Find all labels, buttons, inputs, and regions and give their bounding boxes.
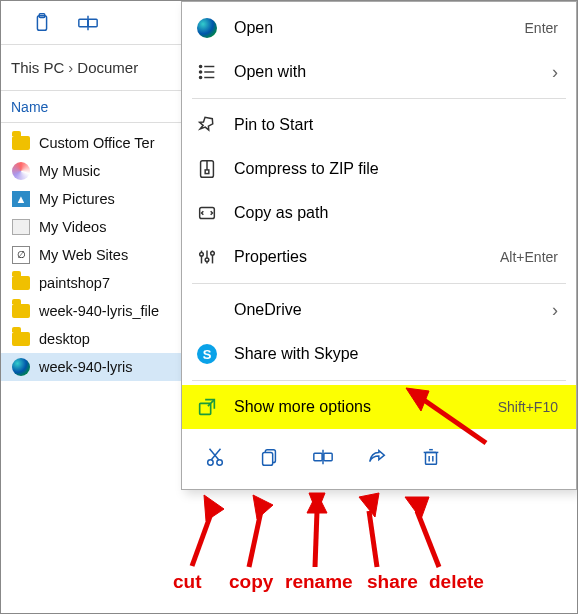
svg-marker-42	[253, 495, 273, 519]
menu-item-label: Open	[234, 19, 509, 37]
svg-line-25	[211, 449, 220, 460]
menu-item-open-with[interactable]: Open with›	[182, 50, 576, 94]
edge-icon	[11, 357, 31, 377]
menu-item-accelerator: Alt+Enter	[500, 249, 558, 265]
delete-button[interactable]	[420, 446, 442, 468]
menu-item-pin-to-start[interactable]: Pin to Start	[182, 103, 576, 147]
svg-point-19	[205, 258, 209, 262]
menu-item-compress-to-zip-file[interactable]: Compress to ZIP file	[182, 147, 576, 191]
menu-action-bar	[182, 429, 576, 485]
annotation-rename: rename	[285, 571, 353, 593]
folder-icon	[11, 301, 31, 321]
svg-marker-44	[307, 493, 327, 513]
breadcrumb-root[interactable]: This PC	[11, 59, 64, 76]
web-icon: ∅	[11, 245, 31, 265]
svg-point-23	[208, 460, 214, 466]
file-name: desktop	[39, 331, 90, 347]
file-name: My Music	[39, 163, 100, 179]
svg-rect-28	[263, 452, 273, 465]
svg-rect-29	[314, 453, 322, 460]
menu-item-onedrive[interactable]: OneDrive›	[182, 288, 576, 332]
svg-point-18	[200, 252, 204, 256]
svg-point-5	[199, 65, 201, 67]
svg-rect-32	[426, 452, 437, 464]
context-menu: OpenEnterOpen with›Pin to StartCompress …	[181, 1, 577, 490]
svg-line-39	[192, 511, 212, 566]
props-icon	[196, 246, 218, 268]
menu-item-accelerator: Shift+F10	[498, 399, 558, 415]
file-name: week-940-lyris_file	[39, 303, 159, 319]
menu-item-label: OneDrive	[234, 301, 536, 319]
folder-icon	[11, 133, 31, 153]
breadcrumb-folder[interactable]: Documer	[77, 59, 138, 76]
showmore-icon	[196, 396, 218, 418]
svg-line-41	[249, 511, 261, 567]
menu-separator	[192, 98, 566, 99]
file-name: My Web Sites	[39, 247, 128, 263]
svg-marker-47	[359, 493, 379, 517]
pic-icon: ▲	[11, 189, 31, 209]
svg-line-43	[315, 511, 317, 567]
edge-icon	[196, 17, 218, 39]
file-name: Custom Office Ter	[39, 135, 155, 151]
svg-rect-13	[205, 170, 209, 174]
file-name: My Videos	[39, 219, 106, 235]
svg-line-48	[417, 511, 439, 567]
svg-point-20	[211, 252, 215, 256]
copy-button[interactable]	[258, 446, 280, 468]
svg-point-6	[199, 71, 201, 73]
column-name[interactable]: Name	[11, 99, 48, 115]
menu-item-label: Compress to ZIP file	[234, 160, 558, 178]
disc-icon	[11, 161, 31, 181]
svg-point-24	[217, 460, 223, 466]
menu-item-copy-as-path[interactable]: Copy as path	[182, 191, 576, 235]
file-name: paintshop7	[39, 275, 110, 291]
rename-icon[interactable]	[77, 12, 99, 34]
svg-marker-40	[204, 495, 224, 521]
menu-item-label: Open with	[234, 63, 536, 81]
menu-item-label: Properties	[234, 248, 484, 266]
paste-icon[interactable]	[31, 12, 53, 34]
menu-item-properties[interactable]: PropertiesAlt+Enter	[182, 235, 576, 279]
blank-icon	[196, 299, 218, 321]
chevron-right-icon: ›	[68, 59, 73, 76]
openwith-icon	[196, 61, 218, 83]
file-name: My Pictures	[39, 191, 115, 207]
rename-button[interactable]	[312, 446, 334, 468]
file-name: week-940-lyris	[39, 359, 132, 375]
menu-separator	[192, 283, 566, 284]
pin-icon	[196, 114, 218, 136]
skype-icon: S	[196, 343, 218, 365]
svg-rect-2	[79, 19, 88, 26]
annotation-copy: copy	[229, 571, 273, 593]
svg-rect-30	[324, 453, 332, 460]
annotation-cut: cut	[173, 571, 202, 593]
copypath-icon	[196, 202, 218, 224]
vid-icon	[11, 217, 31, 237]
svg-rect-3	[88, 19, 97, 26]
svg-marker-45	[309, 493, 325, 513]
menu-item-label: Show more options	[234, 398, 482, 416]
svg-marker-49	[405, 497, 429, 519]
chevron-right-icon: ›	[552, 300, 558, 321]
menu-item-label: Share with Skype	[234, 345, 558, 363]
annotation-delete: delete	[429, 571, 484, 593]
svg-line-26	[210, 449, 219, 460]
menu-separator	[192, 380, 566, 381]
cut-button[interactable]	[204, 446, 226, 468]
menu-item-open[interactable]: OpenEnter	[182, 6, 576, 50]
share-button[interactable]	[366, 446, 388, 468]
annotation-share: share	[367, 571, 418, 593]
svg-point-7	[199, 76, 201, 78]
menu-item-show-more-options[interactable]: Show more optionsShift+F10	[182, 385, 576, 429]
folder-icon	[11, 273, 31, 293]
menu-item-share-with-skype[interactable]: SShare with Skype	[182, 332, 576, 376]
zip-icon	[196, 158, 218, 180]
menu-item-label: Copy as path	[234, 204, 558, 222]
menu-item-accelerator: Enter	[525, 20, 558, 36]
menu-item-label: Pin to Start	[234, 116, 558, 134]
svg-line-46	[369, 511, 377, 567]
folder-icon	[11, 329, 31, 349]
chevron-right-icon: ›	[552, 62, 558, 83]
